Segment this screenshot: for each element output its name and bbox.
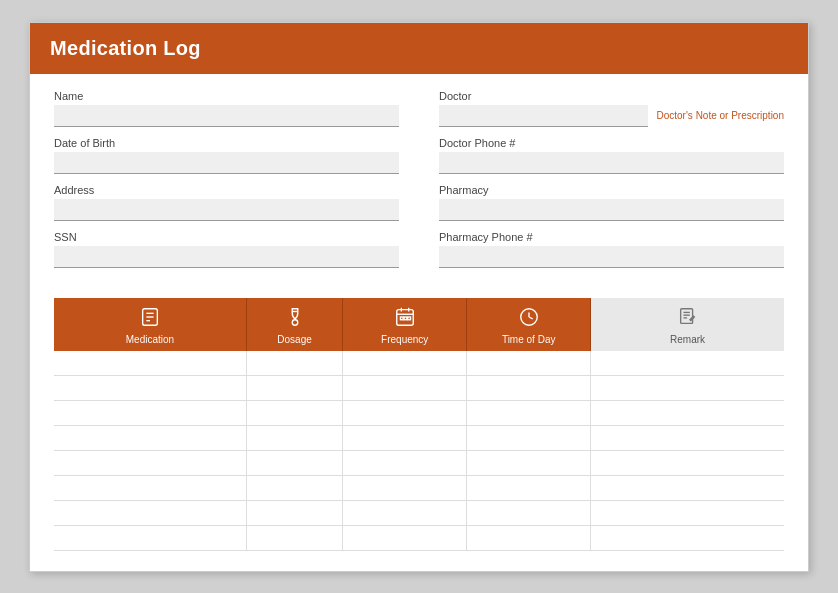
dosage-cell[interactable] [247,426,343,450]
dosage-cell[interactable] [247,376,343,400]
pharmacy-phone-group: Pharmacy Phone # [439,231,784,268]
col-dosage: Dosage [247,298,343,351]
address-input[interactable] [54,199,399,221]
frequency-cell[interactable] [343,426,467,450]
dosage-cell[interactable] [247,476,343,500]
doctor-label: Doctor [439,90,784,102]
medication-cell[interactable] [54,351,247,375]
medication-table: Medication Dosage [54,298,784,551]
remark-cell[interactable] [591,426,784,450]
remark-cell[interactable] [591,401,784,425]
doctor-note-link[interactable]: Doctor's Note or Prescription [656,110,784,121]
page-header: Medication Log [30,23,808,74]
medication-cell[interactable] [54,501,247,525]
svg-line-16 [529,317,533,319]
time-cell[interactable] [467,451,591,475]
frequency-cell[interactable] [343,376,467,400]
table-row [54,526,784,551]
medication-cell[interactable] [54,526,247,550]
medication-cell[interactable] [54,451,247,475]
form-section: Name Date of Birth Address SSN Doctor [30,74,808,290]
medication-cell[interactable] [54,426,247,450]
col-medication: Medication [54,298,247,351]
medication-icon [139,306,161,331]
table-row [54,351,784,376]
doctor-phone-input[interactable] [439,152,784,174]
dob-input[interactable] [54,152,399,174]
table-row [54,451,784,476]
remark-col-label: Remark [670,334,705,345]
pharmacy-input[interactable] [439,199,784,221]
name-group: Name [54,90,399,127]
time-col-label: Time of Day [502,334,556,345]
remark-cell[interactable] [591,376,784,400]
time-cell[interactable] [467,501,591,525]
svg-rect-12 [404,317,407,320]
svg-rect-13 [407,317,410,320]
form-left: Name Date of Birth Address SSN [54,90,399,278]
time-cell[interactable] [467,401,591,425]
data-rows [54,351,784,551]
medication-cell[interactable] [54,401,247,425]
frequency-cell[interactable] [343,526,467,550]
dob-group: Date of Birth [54,137,399,174]
name-label: Name [54,90,399,102]
table-row [54,426,784,451]
form-right: Doctor Doctor's Note or Prescription Doc… [439,90,784,278]
time-cell[interactable] [467,351,591,375]
page-title: Medication Log [50,37,201,59]
remark-cell[interactable] [591,501,784,525]
doctor-phone-group: Doctor Phone # [439,137,784,174]
dosage-cell[interactable] [247,351,343,375]
time-cell[interactable] [467,426,591,450]
table-row [54,476,784,501]
time-icon [518,306,540,331]
doctor-input-wrap [439,105,648,127]
doctor-row: Doctor's Note or Prescription [439,105,784,127]
pharmacy-group: Pharmacy [439,184,784,221]
ssn-group: SSN [54,231,399,268]
dosage-cell[interactable] [247,451,343,475]
dosage-cell[interactable] [247,526,343,550]
medication-col-label: Medication [126,334,174,345]
dob-label: Date of Birth [54,137,399,149]
remark-cell[interactable] [591,351,784,375]
doctor-phone-label: Doctor Phone # [439,137,784,149]
frequency-cell[interactable] [343,476,467,500]
medication-log-page: Medication Log Name Date of Birth Addres… [29,22,809,572]
time-cell[interactable] [467,376,591,400]
table-row [54,501,784,526]
ssn-label: SSN [54,231,399,243]
frequency-cell[interactable] [343,451,467,475]
col-time-of-day: Time of Day [467,298,591,351]
remark-cell[interactable] [591,476,784,500]
time-cell[interactable] [467,476,591,500]
pharmacy-phone-input[interactable] [439,246,784,268]
table-row [54,401,784,426]
name-input[interactable] [54,105,399,127]
address-label: Address [54,184,399,196]
ssn-input[interactable] [54,246,399,268]
dosage-cell[interactable] [247,501,343,525]
pharmacy-phone-label: Pharmacy Phone # [439,231,784,243]
dosage-col-label: Dosage [277,334,311,345]
frequency-icon [394,306,416,331]
pharmacy-label: Pharmacy [439,184,784,196]
dosage-cell[interactable] [247,401,343,425]
col-frequency: Frequency [343,298,467,351]
medication-cell[interactable] [54,476,247,500]
frequency-cell[interactable] [343,351,467,375]
frequency-cell[interactable] [343,401,467,425]
time-cell[interactable] [467,526,591,550]
table-header-row: Medication Dosage [54,298,784,351]
remark-cell[interactable] [591,451,784,475]
frequency-cell[interactable] [343,501,467,525]
doctor-input[interactable] [439,105,648,127]
medication-cell[interactable] [54,376,247,400]
remark-cell[interactable] [591,526,784,550]
frequency-col-label: Frequency [381,334,428,345]
col-remark: Remark [591,298,784,351]
svg-rect-11 [400,317,403,320]
svg-point-5 [292,319,298,325]
table-row [54,376,784,401]
